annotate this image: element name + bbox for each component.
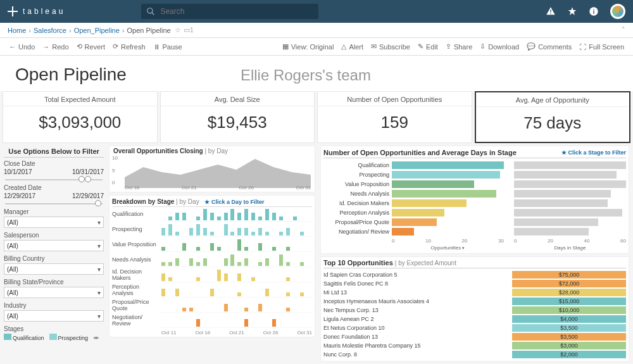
filter-select[interactable]: (All): [4, 287, 104, 298]
favorite-outline-icon[interactable]: ☆: [175, 26, 181, 34]
created-date-filter[interactable]: Created Date 12/29/201712/29/2017: [4, 184, 104, 204]
breakdown-row[interactable]: Perception Analysis: [112, 283, 312, 298]
breadcrumb: Home› Salesforce› Open_Pipeline› Open Pi…: [0, 23, 633, 38]
close-date-to: 10/31/2017: [72, 168, 104, 175]
filter-select[interactable]: (All): [4, 310, 104, 322]
subscribe-button[interactable]: ✉Subscribe: [367, 42, 414, 51]
svg-point-0: [147, 8, 153, 13]
metric-label: Avg. Deal Size: [161, 96, 315, 106]
opp-row[interactable]: Prospecting: [323, 170, 626, 179]
opp-row[interactable]: Perception Analysis: [323, 208, 626, 217]
opp-row[interactable]: Qualification: [323, 161, 626, 170]
top10-row[interactable]: Ligula Aenean PC 2 $4,000: [323, 315, 626, 323]
legend-item[interactable]: Qualification: [4, 334, 44, 341]
top10-row[interactable]: Mi Ltd 13 $28,000: [323, 288, 626, 297]
overall-closing-sub: | by Day: [204, 147, 228, 154]
edit-button[interactable]: ✎Edit: [414, 42, 442, 51]
opp-row[interactable]: Needs Analysis: [323, 189, 626, 198]
legend-item[interactable]: Prospecting: [49, 334, 89, 341]
opportunities-bars-chart[interactable]: Number of Open Opportunities and Average…: [320, 146, 629, 254]
opp-stage-label: Perception Analysis: [323, 210, 392, 216]
close-date-filter[interactable]: Close Date 10/1/201710/31/2017: [4, 160, 104, 180]
breakdown-row[interactable]: Needs Analysis: [112, 253, 312, 268]
opp-row[interactable]: Value Proposition: [323, 180, 626, 189]
favorite-icon[interactable]: [567, 6, 577, 16]
top10-value: $10,000: [512, 306, 626, 314]
breadcrumb-home[interactable]: Home: [8, 27, 26, 34]
views-count-icon[interactable]: ▭1: [184, 26, 194, 34]
revert-button[interactable]: ⟲Revert: [73, 42, 109, 51]
filter-select[interactable]: (All): [4, 263, 104, 275]
filter-select[interactable]: (All): [4, 217, 104, 228]
metric-card-0[interactable]: Total Expected Amount $3,093,000: [3, 91, 158, 143]
top10-row[interactable]: Mauris Molestie Pharetra Company 15 $3,0…: [323, 341, 626, 350]
created-date-to: 12/29/2017: [72, 192, 104, 199]
top10-row[interactable]: Nec Tempus Corp. 13 $10,000: [323, 306, 626, 315]
breakdown-row[interactable]: Value Proposition: [112, 237, 312, 253]
refresh-button[interactable]: ⟳Refresh: [109, 42, 149, 51]
breakdown-x-axis: Oct 11Oct 16Oct 21Oct 26Oct 31: [112, 330, 312, 336]
filter-label: Salesperson: [4, 232, 104, 239]
breakdown-row[interactable]: Proposal/Price Quote: [112, 298, 312, 313]
top10-value: $3,000: [512, 342, 626, 349]
close-date-slider[interactable]: [5, 179, 103, 180]
tableau-logo[interactable]: tableau: [8, 6, 65, 16]
stage-label: Proposal/Price Quote: [112, 299, 161, 312]
metric-card-1[interactable]: Avg. Deal Size $19,453: [160, 91, 315, 143]
stage-label: Needs Analysis: [112, 257, 161, 263]
fullscreen-button[interactable]: ⛶Full Screen: [575, 43, 628, 51]
view-button[interactable]: ▦View: Original: [279, 42, 338, 51]
global-search[interactable]: [141, 4, 318, 19]
search-input[interactable]: [160, 7, 313, 16]
top10-row[interactable]: Id Sapien Cras Corporation 5 $75,000: [323, 270, 626, 279]
top10-row[interactable]: Sagittis Felis Donec PC 8 $72,000: [323, 279, 626, 288]
metric-card-3[interactable]: Avg. Age of Opportunity 75 days: [475, 91, 631, 143]
opp-row[interactable]: Negotiation/ Review: [323, 227, 626, 236]
opp-left-axis-label: Opportunities: [431, 245, 461, 251]
collapse-icon[interactable]: ˄: [622, 26, 625, 34]
overall-closing-chart[interactable]: Overall Opportunities Closing | by Day 1…: [109, 146, 315, 192]
stage-label: Value Proposition: [112, 242, 161, 248]
top10-row[interactable]: Inceptos Hymenaeos Mauris Associates 4 $…: [323, 297, 626, 306]
stage-label: Id. Decision Makers: [112, 269, 161, 282]
breakdown-row[interactable]: Id. Decision Makers: [112, 268, 312, 283]
breakdown-hint[interactable]: Click a Day to Filter: [204, 199, 264, 205]
info-icon[interactable]: [589, 6, 599, 16]
right-column: Number of Open Opportunities and Average…: [316, 143, 633, 364]
user-avatar[interactable]: [610, 4, 625, 19]
legend-scroll[interactable]: ◂▸: [93, 334, 99, 341]
opp-stage-label: Negotiation/ Review: [323, 229, 392, 235]
top10-value: $4,000: [512, 315, 626, 323]
alert-icon[interactable]: [546, 6, 556, 16]
top10-name: Mauris Molestie Pharetra Company 15: [323, 342, 512, 349]
opp-bars-title: Number of Open Opportunities and Average…: [323, 149, 517, 156]
comments-button[interactable]: 💬Comments: [523, 42, 575, 51]
download-button[interactable]: ⇩Download: [476, 42, 523, 51]
nav-right: [546, 4, 625, 19]
opp-row[interactable]: Proposal/Price Quote: [323, 218, 626, 227]
created-date-slider[interactable]: [5, 203, 103, 204]
breakdown-row[interactable]: Qualification: [112, 207, 312, 222]
alert-button[interactable]: △Alert: [337, 42, 367, 51]
breadcrumb-current: Open Pipeline: [127, 27, 171, 34]
top10-row[interactable]: Nunc Corp. 8 $2,000: [323, 350, 626, 359]
redo-button[interactable]: →Redo: [39, 43, 72, 51]
top10-row[interactable]: Donec Foundation 13 $3,500: [323, 332, 626, 341]
breadcrumb-salesforce[interactable]: Salesforce: [34, 27, 66, 34]
breakdown-chart[interactable]: Breakdown by Stage | by Day Click a Day …: [109, 195, 315, 337]
opp-bars-hint[interactable]: Click a Stage to Filter: [561, 149, 626, 156]
filter-select[interactable]: (All): [4, 240, 104, 251]
share-button[interactable]: ⇪Share: [442, 42, 476, 51]
svg-rect-2: [550, 9, 551, 12]
undo-button[interactable]: ←Undo: [5, 43, 39, 51]
metric-card-2[interactable]: Number of Open Opportunities 159: [317, 91, 472, 143]
breadcrumb-openpipeline-project[interactable]: Open_Pipeline: [74, 27, 120, 34]
pause-button[interactable]: ⏸Pause: [149, 43, 186, 51]
top10-name: Ligula Aenean PC 2: [323, 316, 512, 322]
page-title: Open Pipeline: [15, 65, 127, 85]
opp-row[interactable]: Id. Decision Makers: [323, 199, 626, 208]
filter-label: Industry: [4, 302, 104, 309]
breakdown-row[interactable]: Negotiation/ Review: [112, 313, 312, 329]
breakdown-row[interactable]: Prospecting: [112, 222, 312, 237]
top10-row[interactable]: Et Netus Corporation 10 $3,500: [323, 323, 626, 332]
